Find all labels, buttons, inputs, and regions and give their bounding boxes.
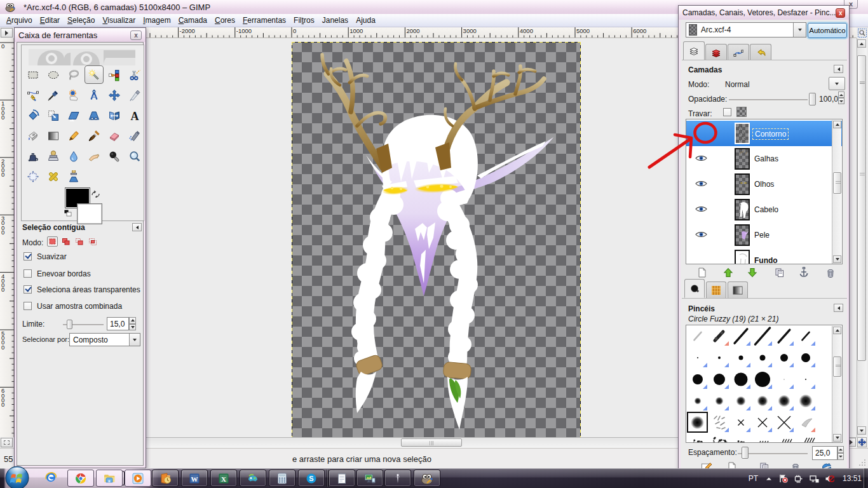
dock-tab-layers[interactable]: [683, 41, 705, 60]
volume-muted-icon[interactable]: [825, 474, 834, 483]
layer-row-pele[interactable]: Pele: [686, 222, 842, 248]
menu-filtros[interactable]: Filtros: [290, 15, 318, 26]
menu-cores[interactable]: Cores: [211, 15, 239, 26]
brush-cell[interactable]: [752, 433, 773, 443]
dock-close-button[interactable]: x: [836, 8, 845, 18]
layer-row-galhas[interactable]: Galhas: [686, 146, 842, 172]
language-indicator[interactable]: PT: [749, 474, 759, 483]
brushes-scrollbar[interactable]: [832, 326, 841, 442]
taskbar-app-pictures[interactable]: [356, 470, 383, 487]
spacing-slider-handle[interactable]: [742, 447, 749, 459]
brush-cell[interactable]: [730, 369, 751, 390]
taskbar-app-media-player[interactable]: [125, 470, 151, 487]
tool-perspective[interactable]: [85, 106, 104, 125]
tool-heal[interactable]: [44, 167, 63, 186]
layer-visibility-eye[interactable]: [695, 154, 709, 163]
tool-text[interactable]: A: [125, 106, 144, 125]
taskbar-app-gimp[interactable]: [414, 470, 440, 487]
brush-cell[interactable]: [795, 412, 816, 433]
opacity-slider-track[interactable]: [729, 99, 808, 101]
limit-spinbox[interactable]: 15,0: [107, 317, 129, 330]
resize-grip[interactable]: [858, 459, 866, 466]
lower-layer-button[interactable]: [745, 266, 760, 279]
brush-cell[interactable]: [752, 369, 773, 390]
taskbar-app-calculator[interactable]: [269, 470, 295, 487]
brush-cell[interactable]: [773, 433, 794, 443]
tool-paths[interactable]: [24, 86, 43, 104]
tool-shear[interactable]: [64, 106, 83, 125]
select-mode-replace[interactable]: [47, 236, 58, 247]
layer-visibility-eye[interactable]: [695, 205, 709, 214]
tool-bucket-fill[interactable]: [24, 126, 43, 145]
reset-colors-button[interactable]: [63, 208, 72, 217]
tool-select-by-color[interactable]: [105, 65, 124, 84]
layers-scroll-down[interactable]: [833, 255, 841, 263]
layer-row-contorno[interactable]: Contorno: [686, 121, 842, 146]
remove-hardware-icon[interactable]: [794, 473, 803, 483]
tool-gradient[interactable]: [44, 126, 63, 145]
menu-editar[interactable]: Editar: [36, 15, 64, 26]
delete-layer-button[interactable]: [823, 266, 838, 279]
limit-slider-handle[interactable]: [67, 320, 72, 329]
layer-visibility-empty[interactable]: [695, 129, 709, 138]
tool-ink[interactable]: [24, 147, 43, 165]
layers-scroll-up[interactable]: [833, 121, 841, 128]
select-mode-intersect[interactable]: [87, 236, 98, 247]
brush-cell[interactable]: [795, 433, 816, 443]
layer-name[interactable]: Contorno: [752, 128, 789, 140]
dock-subtab-brushes[interactable]: [684, 279, 705, 298]
layer-name[interactable]: Olhos: [752, 179, 776, 189]
scroll-up-button[interactable]: [857, 39, 866, 48]
taskbar-app-outlook[interactable]: [152, 470, 179, 487]
horizontal-scroll-thumb[interactable]: [401, 438, 462, 447]
menu-ajuda[interactable]: Ajuda: [352, 15, 379, 26]
checkbox-suavizar[interactable]: [24, 252, 32, 261]
layer-thumbnail[interactable]: [735, 250, 750, 264]
layer-thumbnail[interactable]: [735, 199, 750, 220]
layer-name[interactable]: Galhas: [752, 154, 780, 164]
tool-crop[interactable]: [125, 86, 144, 104]
brushes-scroll-down[interactable]: [833, 434, 841, 442]
lock-checkbox[interactable]: [723, 108, 731, 116]
layer-visibility-eye[interactable]: [695, 231, 709, 240]
duplicate-layer-button[interactable]: [772, 266, 787, 279]
canvas-menu-button[interactable]: [1, 28, 13, 37]
tray-expand-button[interactable]: [765, 475, 773, 482]
layer-thumbnail[interactable]: [735, 148, 750, 170]
dock-titlebar[interactable]: Camadas, Canais, Vetores, Desfazer - Pin…: [679, 6, 849, 20]
brush-cell[interactable]: [687, 433, 708, 443]
brush-cell[interactable]: [752, 390, 773, 411]
layer-row-cabelo[interactable]: Cabelo: [686, 197, 842, 222]
tool-measure[interactable]: [85, 86, 104, 104]
brush-cell[interactable]: [795, 325, 816, 346]
spin-down[interactable]: [129, 324, 136, 331]
image-selector-combo[interactable]: Arc.xcf-4: [686, 22, 806, 37]
raise-layer-button[interactable]: [721, 266, 736, 279]
brush-cell[interactable]: [773, 369, 794, 390]
dock-tab-undo-history[interactable]: [750, 44, 771, 60]
tool-scale[interactable]: [44, 106, 63, 125]
clock[interactable]: 13:51: [840, 474, 864, 483]
brush-cell[interactable]: [752, 412, 773, 433]
opacity-slider-handle[interactable]: [809, 93, 816, 105]
brush-cell[interactable]: [795, 347, 816, 368]
taskbar-app-pin-app[interactable]: [384, 470, 411, 487]
new-layer-button[interactable]: [695, 266, 710, 279]
action-center-icon[interactable]: [778, 473, 788, 483]
anchor-layer-button[interactable]: [796, 266, 811, 279]
layer-thumbnail[interactable]: [735, 224, 750, 246]
taskbar-app-word[interactable]: W: [181, 470, 208, 487]
brush-cell[interactable]: [687, 347, 708, 368]
brush-cell[interactable]: [773, 325, 794, 346]
taskbar-app-skype[interactable]: S: [298, 470, 325, 487]
brush-cell[interactable]: [687, 325, 708, 346]
brush-cell[interactable]: [773, 390, 794, 411]
layer-name[interactable]: Pele: [752, 230, 771, 240]
tool-free-select[interactable]: [64, 65, 83, 84]
scroll-down-button[interactable]: [857, 426, 866, 435]
checkbox-enevoar-bordas[interactable]: [24, 269, 32, 278]
brush-cell[interactable]: [773, 347, 794, 368]
limit-spinner[interactable]: [129, 317, 136, 330]
layer-thumbnail[interactable]: [735, 123, 750, 144]
layer-row-olhos[interactable]: Olhos: [686, 172, 842, 197]
